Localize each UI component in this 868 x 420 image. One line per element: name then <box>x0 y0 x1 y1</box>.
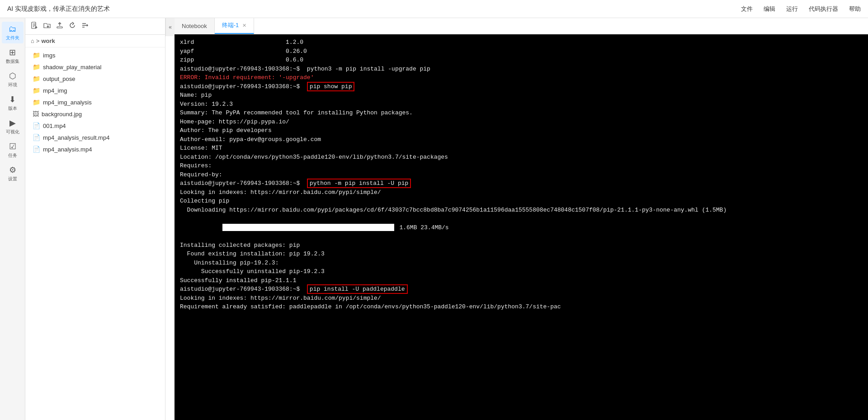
menu-run[interactable]: 运行 <box>786 5 798 13</box>
sidebar-item-task[interactable]: ☑ 任务 <box>2 139 24 161</box>
download-progress-bar <box>222 224 394 231</box>
terminal-line: Name: pip <box>180 91 863 100</box>
sidebar-item-env[interactable]: ⬡ 环境 <box>2 69 24 90</box>
folder-icon: 📁 <box>33 63 40 71</box>
list-item[interactable]: 📁 output_pose <box>25 73 165 85</box>
terminal-line: aistudio@jupyter-769943-1903368:~$ pytho… <box>180 179 863 188</box>
top-bar: AI 实现皮影戏，传承正在消失的艺术 文件 编辑 运行 代码执行器 帮助 <box>0 0 868 18</box>
sidebar-item-settings[interactable]: ⚙ 设置 <box>2 163 24 184</box>
file-icon: 📄 <box>33 146 40 153</box>
image-icon: 🖼 <box>33 110 39 118</box>
highlighted-command: pip show pip <box>307 82 355 91</box>
folder-icon: 📁 <box>33 87 40 94</box>
sidebar-visual-label: 可视化 <box>6 129 19 135</box>
terminal-line: Installing collected packages: pip <box>180 241 863 250</box>
terminal-line: Requires: <box>180 161 863 170</box>
sidebar-settings-label: 设置 <box>8 176 17 182</box>
refresh-button[interactable] <box>69 22 76 31</box>
terminal-line: Location: /opt/conda/envs/python35-paddl… <box>180 153 863 162</box>
terminal-line: Version: 19.2.3 <box>180 100 863 109</box>
file-name: imgs <box>43 52 55 59</box>
breadcrumb-current: work <box>41 38 55 44</box>
breadcrumb-home[interactable]: ⌂ <box>31 38 34 44</box>
visual-icon: ▶ <box>9 118 16 128</box>
menu-edit[interactable]: 编辑 <box>764 5 775 13</box>
terminal[interactable]: xlrd 1.2.0 yapf 0.26.0 zipp 0.6.0 aistud… <box>175 34 868 420</box>
list-item[interactable]: 📁 mp4_img_analysis <box>25 96 165 108</box>
folder-icon: 📁 <box>33 52 40 59</box>
sidebar-item-version[interactable]: ⬇ 版本 <box>2 92 24 114</box>
sidebar-task-label: 任务 <box>8 152 17 159</box>
sidebar-icons: 🗂 文件夹 ⊞ 数据集 ⬡ 环境 ⬇ 版本 ▶ 可视化 ☑ 任务 ⚙ 设置 <box>0 18 25 420</box>
task-icon: ☑ <box>9 142 16 151</box>
file-name: mp4_analysis_result.mp4 <box>43 134 109 141</box>
file-name: shadow_play_material <box>43 64 101 71</box>
folder-icon: 🗂 <box>9 24 17 34</box>
terminal-line: Author: The pip developers <box>180 126 863 135</box>
collapse-panel-button[interactable]: « <box>165 18 175 36</box>
file-name: mp4_img <box>43 87 67 94</box>
env-icon: ⬡ <box>9 71 16 81</box>
file-icon: 📄 <box>33 134 40 141</box>
tab-terminal1-label: 终端-1 <box>222 21 239 29</box>
file-name: 001.mp4 <box>43 123 66 129</box>
terminal-line-progress: 1.6MB 23.4MB/s <box>180 214 863 241</box>
main-layout: 🗂 文件夹 ⊞ 数据集 ⬡ 环境 ⬇ 版本 ▶ 可视化 ☑ 任务 ⚙ 设置 <box>0 18 868 420</box>
data-icon: ⊞ <box>9 47 16 57</box>
file-icon: 📄 <box>33 122 40 129</box>
tab-close-button[interactable]: ✕ <box>242 23 246 28</box>
file-name: background.jpg <box>42 111 82 118</box>
terminal-line: Looking in indexes: https://mirror.baidu… <box>180 294 863 303</box>
menu-help[interactable]: 帮助 <box>849 5 861 13</box>
terminal-line: aistudio@jupyter-769943-1903368:~$ pip s… <box>180 82 863 91</box>
list-item[interactable]: 📄 mp4_analysis_result.mp4 <box>25 132 165 143</box>
terminal-wrapper: xlrd 1.2.0 yapf 0.26.0 zipp 0.6.0 aistud… <box>175 34 868 420</box>
highlighted-command-3: pip install -U paddlepaddle <box>307 284 408 294</box>
terminal-line: aistudio@jupyter-769943-1903368:~$ pytho… <box>180 65 863 74</box>
version-icon: ⬇ <box>9 94 16 104</box>
new-file-button[interactable] <box>31 22 38 31</box>
folder-icon: 📁 <box>33 75 40 82</box>
terminal-line: Downloading https://mirror.baidu.com/pyp… <box>180 206 863 215</box>
terminal-line: zipp 0.6.0 <box>180 56 863 65</box>
file-name: output_pose <box>43 76 75 82</box>
terminal-line: Home-page: https://pip.pypa.io/ <box>180 118 863 127</box>
menu-kernel[interactable]: 代码执行器 <box>809 5 838 13</box>
sidebar-env-label: 环境 <box>8 82 17 88</box>
sidebar-item-files[interactable]: 🗂 文件夹 <box>2 22 24 43</box>
sidebar-item-data[interactable]: ⊞ 数据集 <box>2 45 24 67</box>
terminal-line: License: MIT <box>180 144 863 153</box>
new-folder-button[interactable] <box>43 22 51 31</box>
list-item[interactable]: 📄 001.mp4 <box>25 120 165 132</box>
terminal-line-error: ERROR: Invalid requirement: '-upgrade' <box>180 73 863 82</box>
list-item[interactable]: 🖼 background.jpg <box>25 108 165 120</box>
list-item[interactable]: 📁 imgs <box>25 49 165 61</box>
terminal-line: Author-email: pypa-dev@groups.google.com <box>180 135 863 144</box>
terminal-line: yapf 0.26.0 <box>180 47 863 56</box>
list-item[interactable]: 📄 mp4_analysis.mp4 <box>25 143 165 155</box>
terminal-line: Collecting pip <box>180 197 863 206</box>
terminal-line: Found existing installation: pip 19.2.3 <box>180 250 863 259</box>
terminal-line: aistudio@jupyter-769943-1903368:~$ pip i… <box>180 285 863 294</box>
tab-terminal1[interactable]: 终端-1 ✕ <box>215 18 255 34</box>
menu-bar: 文件 编辑 运行 代码执行器 帮助 <box>741 5 861 13</box>
terminal-line: Required-by: <box>180 170 863 179</box>
list-item[interactable]: 📁 shadow_play_material <box>25 61 165 73</box>
breadcrumb: ⌂ > work <box>25 35 165 47</box>
menu-file[interactable]: 文件 <box>741 5 753 13</box>
file-tree: 📁 imgs 📁 shadow_play_material 📁 output_p… <box>25 47 165 420</box>
file-name: mp4_analysis.mp4 <box>43 146 92 153</box>
svg-rect-8 <box>57 27 62 28</box>
upload-button[interactable] <box>56 22 63 31</box>
list-item[interactable]: 📁 mp4_img <box>25 85 165 96</box>
sidebar-data-label: 数据集 <box>6 58 19 65</box>
terminal-line: Summary: The PyPA recommended tool for i… <box>180 109 863 118</box>
tab-notebook-label: Notebook <box>182 23 207 29</box>
app-title: AI 实现皮影戏，传承正在消失的艺术 <box>7 5 110 13</box>
sort-button[interactable] <box>81 22 89 31</box>
tab-notebook[interactable]: Notebook <box>175 18 215 34</box>
sidebar-files-label: 文件夹 <box>6 35 19 41</box>
sidebar-item-visual[interactable]: ▶ 可视化 <box>2 116 24 137</box>
breadcrumb-separator: > <box>36 38 40 44</box>
sidebar-version-label: 版本 <box>8 105 17 112</box>
